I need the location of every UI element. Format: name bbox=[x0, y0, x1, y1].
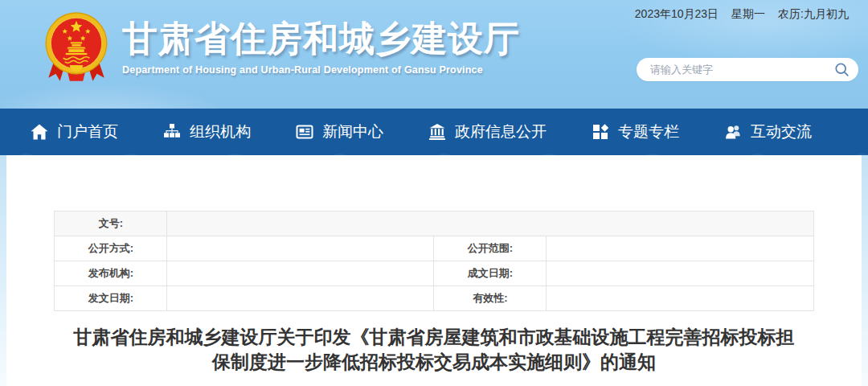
field-label: 公开范围: bbox=[434, 236, 547, 261]
field-value bbox=[167, 286, 434, 311]
site-title: 甘肃省住房和城乡建设厅 bbox=[122, 18, 520, 60]
lunar-date-text: 农历:九月初九 bbox=[778, 7, 849, 22]
article-title-line1: 甘肃省住房和城乡建设厅关于印发《甘肃省房屋建筑和市政基础设施工程完善招标投标担 bbox=[48, 325, 820, 350]
search-icon bbox=[834, 62, 850, 77]
nav-item-organization[interactable]: 组织机构 bbox=[163, 121, 251, 142]
nav-item-label: 组织机构 bbox=[190, 121, 251, 142]
article-title: 甘肃省住房和城乡建设厅关于印发《甘肃省房屋建筑和市政基础设施工程完善招标投标担 … bbox=[48, 325, 820, 375]
nav-item-gov-info-disclosure[interactable]: 政府信息公开 bbox=[428, 121, 547, 142]
search-input[interactable] bbox=[637, 64, 834, 76]
field-label: 有效性: bbox=[434, 286, 547, 311]
date-text: 2023年10月23日 bbox=[635, 7, 719, 22]
search-box bbox=[637, 58, 858, 81]
main-nav: 门户首页 组织机构 bbox=[0, 109, 868, 155]
nav-item-interaction[interactable]: 互动交流 bbox=[724, 121, 812, 142]
field-value bbox=[547, 236, 813, 261]
home-icon bbox=[31, 123, 48, 141]
field-label: 发文日期: bbox=[55, 286, 167, 311]
nav-item-label: 新闻中心 bbox=[322, 121, 383, 142]
field-value bbox=[547, 261, 813, 286]
field-value bbox=[547, 286, 813, 311]
site-subtitle: Department of Housing and Urban-Rural De… bbox=[122, 64, 520, 76]
site-brand: 甘肃省住房和城乡建设厅 Department of Housing and Ur… bbox=[45, 10, 520, 86]
table-row: 文号: bbox=[55, 211, 813, 236]
nav-inner: 门户首页 组织机构 bbox=[0, 109, 868, 155]
org-chart-icon bbox=[163, 123, 181, 141]
search-button[interactable] bbox=[834, 62, 858, 77]
site-titles: 甘肃省住房和城乡建设厅 Department of Housing and Ur… bbox=[122, 10, 520, 76]
table-row: 发文日期: 有效性: bbox=[55, 286, 813, 311]
doc-number-value bbox=[167, 211, 813, 236]
date-bar: 2023年10月23日 星期一 农历:九月初九 bbox=[635, 7, 849, 22]
nav-item-news-center[interactable]: 新闻中心 bbox=[296, 121, 383, 142]
nav-item-label: 互动交流 bbox=[751, 121, 812, 142]
field-value bbox=[167, 236, 434, 261]
nav-item-label: 专题专栏 bbox=[618, 121, 679, 142]
field-label: 公开方式: bbox=[55, 236, 167, 261]
topics-grid-icon bbox=[592, 123, 609, 141]
weekday-text: 星期一 bbox=[731, 7, 765, 22]
nav-item-label: 门户首页 bbox=[57, 121, 118, 142]
national-emblem-logo bbox=[45, 10, 108, 86]
doc-info-table: 文号: 公开方式: 公开范围: 发布机构: 成文日期: 发文日期: 有效性: bbox=[54, 211, 813, 311]
table-row: 公开方式: 公开范围: bbox=[55, 236, 813, 261]
field-value bbox=[167, 261, 434, 286]
gov-building-icon bbox=[428, 123, 446, 141]
doc-number-label: 文号: bbox=[55, 211, 167, 236]
nav-item-label: 政府信息公开 bbox=[455, 121, 547, 142]
page: 甘肃省住房和城乡建设厅 Department of Housing and Ur… bbox=[0, 0, 868, 386]
content-area: 文号: 公开方式: 公开范围: 发布机构: 成文日期: 发文日期: 有效性: bbox=[6, 155, 862, 386]
table-row: 发布机构: 成文日期: bbox=[55, 261, 813, 286]
nav-item-portal-home[interactable]: 门户首页 bbox=[31, 121, 118, 142]
article-title-line2: 保制度进一步降低招标投标交易成本实施细则》的通知 bbox=[48, 350, 820, 375]
nav-item-special-topics[interactable]: 专题专栏 bbox=[592, 121, 679, 142]
masthead: 甘肃省住房和城乡建设厅 Department of Housing and Ur… bbox=[0, 0, 868, 109]
people-icon bbox=[724, 123, 742, 141]
field-label: 成文日期: bbox=[434, 261, 547, 286]
field-label: 发布机构: bbox=[55, 261, 167, 286]
news-icon bbox=[296, 123, 313, 141]
